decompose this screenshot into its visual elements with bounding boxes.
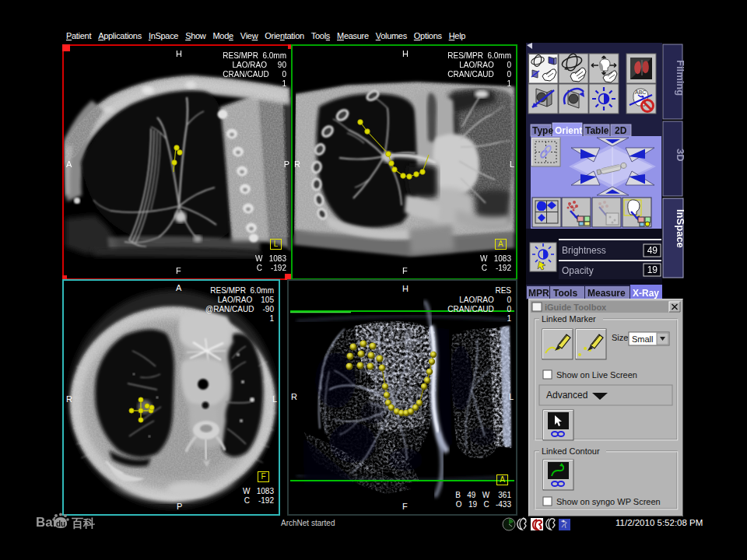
svg-text:Filming: Filming (675, 60, 684, 96)
svg-text:Brightness: Brightness (562, 245, 606, 256)
svg-text:X-Ray: X-Ray (633, 288, 659, 299)
svg-text:Small: Small (632, 334, 654, 344)
svg-text:2D: 2D (615, 125, 627, 136)
svg-text:Size: Size (612, 333, 628, 342)
svg-text:19: 19 (647, 264, 658, 275)
svg-text:iGuide Toolbox: iGuide Toolbox (545, 303, 607, 312)
svg-text:百科: 百科 (72, 516, 96, 530)
svg-text:Measure: Measure (587, 288, 626, 299)
svg-text:Linked Marker: Linked Marker (542, 314, 596, 324)
svg-text:3D: 3D (675, 149, 684, 162)
svg-text:Show on syngo WP Screen: Show on syngo WP Screen (556, 497, 661, 506)
svg-text:du: du (56, 520, 65, 528)
svg-text:ABC: ABC (635, 89, 646, 95)
svg-text:Tools: Tools (553, 288, 577, 299)
svg-text:Opacity: Opacity (562, 265, 594, 276)
svg-text:InSpace: InSpace (675, 209, 684, 248)
svg-text:Linked Contour: Linked Contour (542, 446, 600, 456)
svg-text:Show on Live Screen: Show on Live Screen (556, 370, 637, 380)
svg-text:MPR: MPR (528, 288, 549, 299)
svg-text:49: 49 (647, 245, 658, 256)
svg-text:Table: Table (585, 125, 609, 136)
svg-text:Type: Type (532, 125, 553, 136)
svg-text:Orient: Orient (555, 125, 582, 136)
svg-text:Advanced: Advanced (546, 390, 587, 401)
svg-text:Bai: Bai (36, 515, 56, 530)
